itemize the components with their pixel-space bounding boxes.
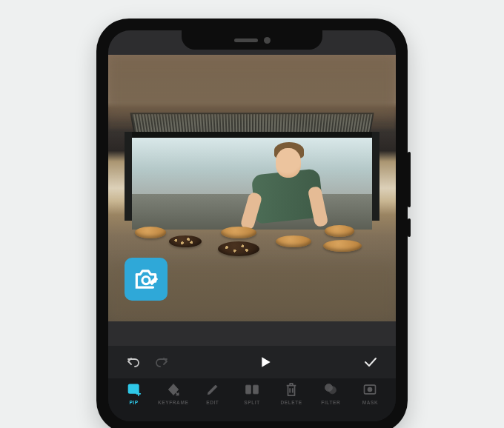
tool-label: SPLIT: [244, 400, 259, 405]
keyframe-icon: [166, 382, 181, 397]
confirm-button[interactable]: [363, 355, 378, 370]
edit-icon: [206, 383, 219, 396]
delete-icon: [285, 382, 298, 397]
split-icon: [245, 383, 259, 396]
tool-filter[interactable]: FILTER: [311, 381, 351, 405]
redo-icon: [155, 356, 168, 368]
tool-delete[interactable]: DELETE: [272, 381, 311, 405]
mask-icon: [362, 383, 377, 396]
svg-point-8: [368, 387, 373, 392]
phone-notch: [182, 30, 322, 50]
phone-side-button: [408, 152, 411, 207]
svg-rect-3: [246, 385, 251, 394]
pip-icon: [127, 382, 142, 397]
svg-rect-2: [128, 384, 138, 393]
svg-point-6: [329, 387, 336, 394]
undo-icon: [127, 356, 140, 368]
svg-point-0: [142, 277, 150, 284]
tool-pip[interactable]: PIP: [114, 381, 153, 405]
video-subject-person: [240, 144, 329, 225]
check-icon: [364, 357, 377, 367]
transport-bar: [108, 346, 396, 378]
canvas-blur-top: [108, 55, 396, 114]
svg-marker-1: [262, 357, 270, 367]
phone-side-button: [408, 218, 411, 237]
tool-label: MASK: [362, 400, 379, 405]
filter-icon: [323, 382, 338, 397]
redo-button[interactable]: [154, 355, 169, 370]
play-icon: [261, 356, 271, 368]
tool-edit[interactable]: EDIT: [193, 381, 232, 405]
play-button[interactable]: [259, 355, 273, 370]
phone-mockup-frame: PIP KEYFRAME EDIT: [96, 19, 408, 428]
svg-rect-4: [253, 385, 259, 394]
tool-label: PIP: [129, 400, 138, 405]
tool-label: KEYFRAME: [158, 400, 188, 405]
video-preview[interactable]: [108, 55, 396, 321]
photo-eraser-overlay[interactable]: [125, 258, 168, 301]
tool-label: DELETE: [281, 400, 302, 405]
camera-erase-icon: [132, 265, 160, 293]
tool-split[interactable]: SPLIT: [232, 381, 271, 405]
app-screen: PIP KEYFRAME EDIT: [108, 30, 396, 421]
tool-bar: PIP KEYFRAME EDIT: [108, 378, 396, 421]
phone-speaker: [234, 39, 258, 42]
tool-keyframe[interactable]: KEYFRAME: [153, 381, 193, 405]
undo-button[interactable]: [126, 355, 141, 370]
phone-camera-dot: [264, 37, 271, 44]
tool-label: FILTER: [321, 400, 340, 405]
tool-mask[interactable]: MASK: [351, 381, 390, 405]
tool-label: EDIT: [206, 400, 219, 405]
video-canvas[interactable]: [108, 30, 396, 346]
